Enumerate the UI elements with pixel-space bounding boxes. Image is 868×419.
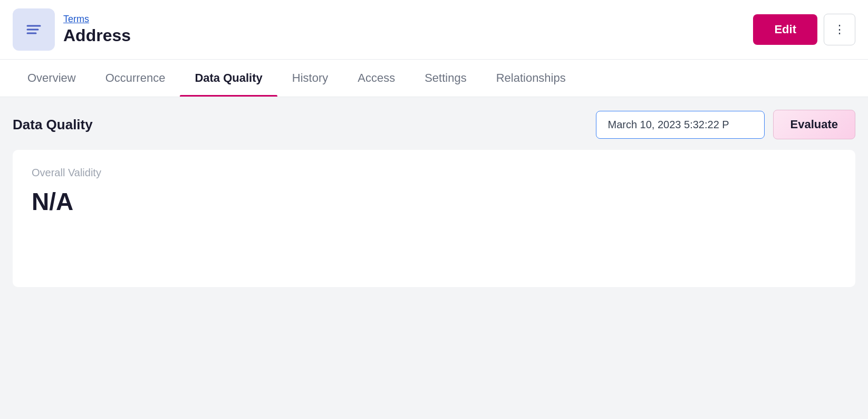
evaluate-button[interactable]: Evaluate xyxy=(773,110,856,139)
data-quality-card: Overall Validity N/A xyxy=(13,150,855,287)
tab-data-quality[interactable]: Data Quality xyxy=(180,60,277,97)
tab-settings[interactable]: Settings xyxy=(410,60,481,97)
tab-history[interactable]: History xyxy=(277,60,343,97)
menu-icon-box[interactable] xyxy=(13,8,55,51)
menu-lines-icon xyxy=(24,20,43,39)
overall-validity-label: Overall Validity xyxy=(32,167,836,179)
tab-overview[interactable]: Overview xyxy=(13,60,91,97)
page-title: Address xyxy=(63,26,131,45)
tabs-bar: Overview Occurrence Data Quality History… xyxy=(0,60,868,97)
edit-button[interactable]: Edit xyxy=(753,14,817,45)
date-input[interactable] xyxy=(596,111,765,139)
more-options-button[interactable]: ⋮ xyxy=(824,14,855,45)
data-quality-section-label: Data Quality xyxy=(13,117,93,133)
overall-validity-value: N/A xyxy=(32,187,836,216)
header-title-group: Terms Address xyxy=(63,14,131,45)
header-left: Terms Address xyxy=(13,8,753,51)
data-quality-row: Data Quality Evaluate xyxy=(13,110,855,139)
main-content: Data Quality Evaluate Overall Validity N… xyxy=(0,97,868,419)
tab-occurrence[interactable]: Occurrence xyxy=(91,60,180,97)
tab-access[interactable]: Access xyxy=(343,60,410,97)
tab-relationships[interactable]: Relationships xyxy=(481,60,581,97)
header-actions: Edit ⋮ xyxy=(753,14,855,45)
breadcrumb[interactable]: Terms xyxy=(63,14,131,25)
page-header: Terms Address Edit ⋮ xyxy=(0,0,868,60)
